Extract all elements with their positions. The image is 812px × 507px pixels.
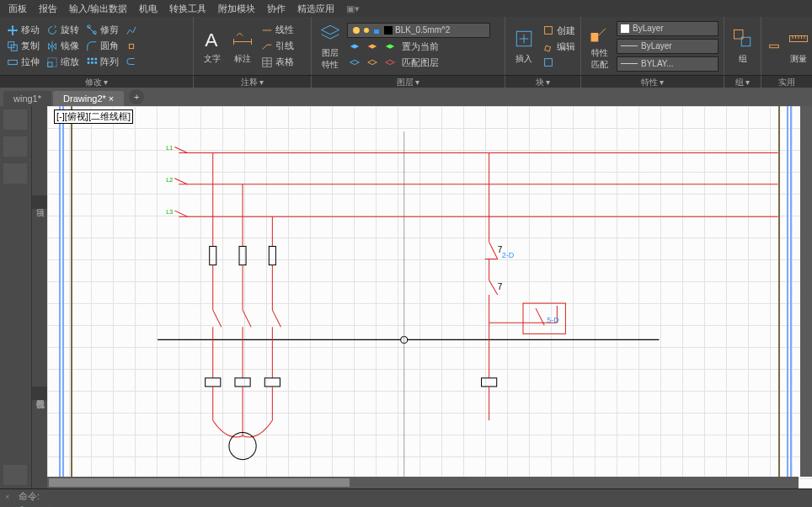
rotate-button[interactable]: 旋转 [45, 23, 81, 37]
svg-line-54 [489, 242, 498, 259]
svg-rect-23 [770, 45, 779, 48]
copy-button[interactable]: 复制 [5, 39, 41, 53]
drawing-canvas[interactable]: [-][俯视][二维线框] [47, 106, 812, 488]
ribbon-group-group: 组 [724, 17, 761, 75]
svg-rect-48 [264, 378, 280, 387]
label-modify: 修改 ▾ [0, 76, 194, 88]
svg-line-40 [213, 310, 222, 327]
scroll-thumb-h[interactable] [49, 478, 350, 487]
menu-mech[interactable]: 机电 [139, 3, 158, 15]
dimension-button[interactable]: 标注 [229, 26, 256, 66]
ribbon-group-layers: 图层 特性 BLK_0.5mm^2 置为当前 [312, 17, 505, 75]
white-swatch [621, 24, 629, 33]
edit-attr-icon[interactable] [541, 56, 577, 69]
create-block-button[interactable]: 创建 [541, 24, 577, 38]
svg-rect-18 [545, 27, 553, 35]
menu-overflow-icon[interactable]: ▣▾ [346, 3, 360, 14]
ribbon-group-measure: 测量 [761, 17, 812, 75]
close-tab-icon[interactable]: × [109, 93, 114, 104]
panel-btn-1[interactable] [3, 109, 27, 130]
menu-collab[interactable]: 协作 [267, 3, 286, 15]
svg-rect-6 [91, 57, 93, 60]
util-icon-1[interactable] [767, 40, 782, 53]
move-button[interactable]: 移动 [5, 23, 41, 37]
match-props-button[interactable]: 特性 匹配 [586, 20, 613, 72]
svg-rect-5 [88, 57, 90, 60]
svg-text:L3: L3 [166, 209, 173, 215]
scale-button[interactable]: 缩放 [45, 55, 81, 69]
insert-block-button[interactable]: 插入 [510, 26, 537, 66]
label-util: 实用 [761, 76, 812, 88]
edit-polyline-icon[interactable] [124, 24, 139, 38]
svg-rect-9 [91, 61, 93, 64]
array-button[interactable]: 阵列 [84, 55, 120, 69]
menu-panel[interactable]: 面板 [8, 3, 27, 15]
tab-drawing1[interactable]: wing1* [3, 91, 51, 106]
viewport-label[interactable]: [-][俯视][二维线框] [54, 109, 133, 124]
lineweight-dropdown[interactable]: ByLayer [617, 39, 719, 54]
layer-icon-1[interactable] [347, 40, 362, 54]
tab-drawing2[interactable]: Drawing2* × [53, 91, 124, 106]
svg-text:2-D: 2-D [502, 251, 515, 259]
svg-point-15 [364, 28, 369, 33]
menu-report[interactable]: 报告 [39, 3, 57, 15]
fillet-button[interactable]: 圆角 [84, 39, 120, 53]
table-button[interactable]: 表格 [259, 55, 296, 69]
edit-block-button[interactable]: 编辑 [541, 40, 577, 54]
menu-addon[interactable]: 附加模块 [218, 3, 255, 15]
text-button[interactable]: A 文字 [199, 26, 226, 66]
subset-icon[interactable] [124, 55, 139, 68]
layer-icon-4[interactable] [347, 56, 362, 70]
svg-line-75 [174, 211, 187, 216]
linear-dim-button[interactable]: 线性 [259, 23, 296, 37]
layer-icon-2[interactable] [365, 40, 380, 54]
ribbon-group-properties: 特性 匹配 ByLayer ByLayer BYLAY... [581, 17, 724, 75]
explode-icon[interactable] [124, 40, 139, 53]
svg-rect-35 [239, 246, 246, 264]
ribbon-labels: 修改 ▾ 注释 ▾ 图层 ▾ 块 ▾ 特性 ▾ 组 ▾ 实用 [0, 76, 812, 88]
linetype-dropdown[interactable]: BYLAY... [617, 56, 719, 72]
left-toolbar [0, 106, 32, 488]
measure-button[interactable]: 测量 [785, 26, 812, 66]
scrollbar-vertical[interactable] [800, 106, 812, 477]
layer-dropdown[interactable]: BLK_0.5mm^2 [347, 23, 490, 38]
stretch-button[interactable]: 拉伸 [5, 55, 41, 69]
svg-line-41 [243, 310, 251, 327]
svg-rect-10 [95, 61, 98, 64]
label-group: 组 ▾ [724, 76, 761, 88]
tab-project[interactable]: 项目 [32, 195, 47, 209]
layer-props-button[interactable]: 图层 特性 [317, 20, 344, 72]
schematic-drawing: 2-D 7 7 5-D L1L2L3 [47, 106, 812, 488]
label-layers: 图层 ▾ [312, 76, 505, 88]
panel-btn-4[interactable] [3, 465, 27, 485]
svg-point-14 [353, 27, 360, 34]
command-line-area: × 命令: ▸ 🔧 键入命令 [0, 488, 812, 507]
svg-rect-36 [269, 246, 275, 264]
add-tab-button[interactable]: + [129, 89, 144, 104]
menu-convert[interactable]: 转换工具 [169, 3, 206, 15]
document-tabs: wing1* Drawing2* × + [0, 88, 812, 106]
sun-icon [361, 25, 371, 35]
menu-featured[interactable]: 精选应用 [297, 3, 334, 15]
layer-icon-6[interactable] [382, 56, 398, 70]
leader-button[interactable]: 引线 [259, 39, 296, 53]
scrollbar-horizontal[interactable] [47, 477, 799, 488]
menu-io[interactable]: 输入/输出数据 [69, 3, 127, 15]
svg-point-52 [229, 432, 256, 459]
group-button[interactable]: 组 [729, 26, 756, 66]
svg-rect-47 [235, 378, 250, 387]
panel-btn-3[interactable] [3, 163, 27, 184]
set-current-button[interactable]: 置为当前 [400, 40, 441, 54]
layer-icon-3[interactable] [382, 40, 398, 54]
mirror-button[interactable]: 镜像 [45, 39, 81, 53]
tab-location-view[interactable]: 位置代号视图 [32, 387, 47, 400]
color-dropdown[interactable]: ByLayer [617, 21, 719, 36]
match-layer-button[interactable]: 匹配图层 [400, 56, 441, 70]
cmd-close-icon[interactable]: × [5, 493, 13, 501]
svg-rect-34 [210, 246, 216, 264]
layer-icon-5[interactable] [365, 56, 380, 70]
panel-btn-2[interactable] [3, 136, 27, 157]
trim-button[interactable]: 修剪 [84, 23, 120, 37]
main-area: 项目 位置代号视图 [-][俯视][二维线框] [0, 106, 812, 488]
lightbulb-icon [351, 25, 361, 35]
